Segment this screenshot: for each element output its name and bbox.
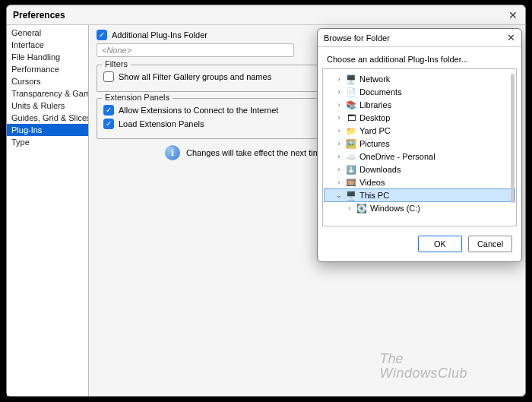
- show-filter-gallery-label: Show all Filter Gallery groups and names: [119, 72, 271, 81]
- folder-tree: ›🖥️Network›📄Documents›📚Libraries›🗔Deskto…: [322, 68, 517, 226]
- plugins-folder-path[interactable]: <None>: [97, 43, 294, 57]
- watermark-line1: The: [380, 352, 467, 366]
- sidebar-item-transparency-gamut[interactable]: Transparency & Gamut: [7, 87, 88, 100]
- folder-icon: 📁: [346, 125, 356, 136]
- tree-item-documents[interactable]: ›📄Documents: [325, 86, 515, 98]
- filters-legend: Filters: [102, 59, 131, 68]
- tree-item-label: Documents: [359, 87, 402, 97]
- sidebar-item-type[interactable]: Type: [7, 136, 88, 148]
- folder-icon: 📄: [346, 87, 356, 97]
- extension-panels-legend: Extension Panels: [102, 93, 173, 102]
- tree-item-label: Desktop: [359, 113, 390, 122]
- additional-plugins-checkbox[interactable]: [97, 30, 107, 40]
- tree-item-label: Network: [359, 74, 390, 84]
- tree-item-label: Pictures: [359, 139, 390, 148]
- ok-button[interactable]: OK: [418, 236, 462, 252]
- chevron-right-icon[interactable]: ›: [335, 75, 343, 83]
- tree-item-label: OneDrive - Personal: [359, 152, 435, 161]
- sidebar-item-guides-grid-slices[interactable]: Guides, Grid & Slices: [7, 112, 88, 124]
- sidebar-item-performance[interactable]: Performance: [7, 63, 88, 75]
- tree-item-yard-pc[interactable]: ›📁Yard PC: [325, 125, 515, 137]
- chevron-right-icon[interactable]: ›: [335, 153, 343, 160]
- tree-item-downloads[interactable]: ›⬇️Downloads: [325, 163, 515, 176]
- allow-extensions-label: Allow Extensions to Connect to the Inter…: [119, 106, 278, 115]
- sidebar-item-units-rulers[interactable]: Units & Rulers: [7, 100, 88, 112]
- tree-item-desktop[interactable]: ›🗔Desktop: [325, 112, 515, 124]
- folder-icon: 🖥️: [346, 190, 356, 201]
- tree-scrollbar[interactable]: [511, 74, 515, 203]
- chevron-right-icon[interactable]: ›: [346, 204, 353, 212]
- tree-item-label: Videos: [359, 178, 385, 187]
- allow-extensions-checkbox[interactable]: [103, 105, 114, 116]
- window-title: Preferences: [13, 10, 65, 21]
- folder-icon: 🎞️: [346, 177, 356, 188]
- browse-close-icon[interactable]: ✕: [507, 32, 515, 43]
- folder-icon: 🖼️: [346, 138, 356, 149]
- tree-item-label: Windows (C:): [370, 204, 420, 213]
- tree-item-label: Libraries: [359, 100, 391, 109]
- folder-icon: 📚: [346, 100, 356, 110]
- tree-item-label: Yard PC: [359, 126, 391, 135]
- close-icon[interactable]: ✕: [507, 9, 519, 21]
- load-panels-checkbox[interactable]: [103, 119, 114, 129]
- folder-icon: 🗔: [346, 112, 356, 123]
- load-panels-label: Load Extension Panels: [119, 119, 204, 128]
- tree-item-pictures[interactable]: ›🖼️Pictures: [325, 138, 515, 150]
- tree-item-onedrive-personal[interactable]: ›☁️OneDrive - Personal: [325, 150, 515, 163]
- browse-buttons: OK Cancel: [318, 229, 521, 261]
- folder-icon: ☁️: [346, 151, 356, 162]
- chevron-down-icon[interactable]: ⌄: [335, 192, 343, 199]
- tree-item-label: This PC: [359, 191, 389, 200]
- folder-icon: 💽: [356, 203, 367, 214]
- tree-item-windows-c-[interactable]: ›💽Windows (C:): [325, 202, 515, 214]
- browse-titlebar: Browse for Folder ✕: [318, 29, 521, 47]
- show-filter-gallery-checkbox[interactable]: [103, 71, 114, 82]
- tree-item-network[interactable]: ›🖥️Network: [325, 73, 515, 85]
- folder-icon: 🖥️: [346, 74, 356, 84]
- browse-title: Browse for Folder: [324, 33, 390, 43]
- sidebar-item-cursors[interactable]: Cursors: [7, 75, 88, 87]
- tree-item-libraries[interactable]: ›📚Libraries: [325, 99, 515, 111]
- browse-subtitle: Choose an additional Plug-Ins folder...: [318, 47, 521, 68]
- folder-icon: ⬇️: [346, 164, 356, 175]
- tree-item-label: Downloads: [359, 165, 401, 174]
- chevron-right-icon[interactable]: ›: [335, 140, 343, 147]
- chevron-right-icon[interactable]: ›: [335, 179, 343, 186]
- sidebar-item-interface[interactable]: Interface: [7, 39, 88, 51]
- sidebar-item-file-handling[interactable]: File Handling: [7, 51, 88, 63]
- chevron-right-icon[interactable]: ›: [335, 114, 343, 122]
- watermark-line2: WindowsClub: [380, 366, 467, 381]
- sidebar-item-plug-ins[interactable]: Plug-Ins: [7, 124, 88, 136]
- cancel-button[interactable]: Cancel: [468, 236, 512, 252]
- sidebar: GeneralInterfaceFile HandlingPerformance…: [7, 25, 89, 396]
- watermark: The WindowsClub: [380, 352, 467, 381]
- additional-plugins-label: Additional Plug-Ins Folder: [112, 30, 207, 40]
- info-icon: i: [165, 145, 180, 160]
- titlebar: Preferences ✕: [7, 5, 525, 25]
- browse-folder-dialog: Browse for Folder ✕ Choose an additional…: [317, 28, 522, 262]
- chevron-right-icon[interactable]: ›: [335, 88, 343, 96]
- tree-item-videos[interactable]: ›🎞️Videos: [325, 176, 515, 188]
- tree-item-this-pc[interactable]: ⌄🖥️This PC: [325, 189, 515, 201]
- chevron-right-icon[interactable]: ›: [335, 166, 343, 173]
- sidebar-item-general[interactable]: General: [7, 27, 88, 39]
- chevron-right-icon[interactable]: ›: [335, 101, 343, 109]
- chevron-right-icon[interactable]: ›: [335, 127, 343, 135]
- info-note-text: Changes will take effect the next time y…: [186, 148, 336, 157]
